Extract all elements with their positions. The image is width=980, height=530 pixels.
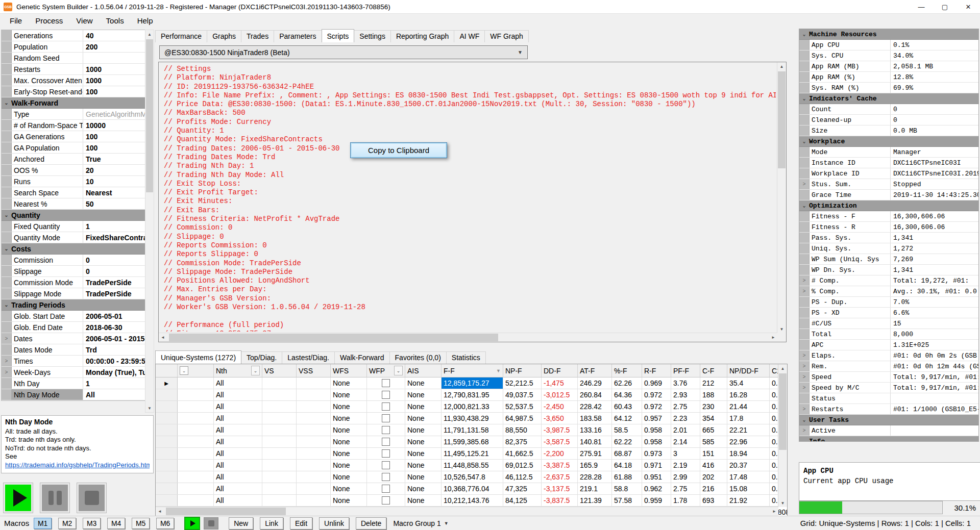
- status-row[interactable]: APC1.31E+025: [799, 340, 978, 350]
- cell-np-f[interactable]: 46,112.5: [503, 471, 542, 483]
- cell-wfp[interactable]: [367, 471, 405, 483]
- property-section-trading-periods[interactable]: ⌄Trading Periods: [2, 299, 145, 311]
- status-section-indicators-cache[interactable]: ⌄Indicators' Cache: [799, 93, 978, 104]
- cell-np-dd-f[interactable]: 35.4: [727, 377, 770, 389]
- cell-ais[interactable]: None: [405, 401, 442, 412]
- menu-view[interactable]: View: [69, 14, 99, 27]
- tab-lastest-diag-[interactable]: Lastest/Diag.: [282, 351, 335, 364]
- property-row[interactable]: Restarts1000: [2, 64, 145, 75]
- cell-wfs[interactable]: None: [331, 377, 367, 389]
- new-button[interactable]: New: [229, 517, 253, 529]
- cell-nth[interactable]: All: [214, 436, 262, 447]
- scroll-down-icon[interactable]: ▼: [145, 404, 154, 412]
- column-header-wfs[interactable]: WFS: [331, 364, 367, 377]
- cell-np-f[interactable]: 47,325: [503, 483, 542, 494]
- cell-r-f[interactable]: 0.959: [642, 495, 671, 506]
- cell-r-f[interactable]: 0.958: [642, 424, 671, 436]
- property-row[interactable]: Fixed Quantity1: [2, 221, 145, 232]
- link-button[interactable]: Link: [260, 517, 283, 529]
- status-row[interactable]: App CPU0.1%: [799, 40, 978, 51]
- cell-np-dd-f[interactable]: 15.08: [727, 483, 770, 494]
- status-row[interactable]: >Active: [799, 425, 978, 436]
- cell-wfp[interactable]: [367, 424, 405, 436]
- scroll-right-icon[interactable]: ►: [770, 507, 778, 516]
- cell-vss[interactable]: [297, 483, 331, 494]
- property-value[interactable]: TradePerSide: [83, 277, 145, 288]
- row-header[interactable]: [156, 424, 178, 436]
- property-row[interactable]: Nearest %50: [2, 198, 145, 210]
- tab-settings[interactable]: Settings: [354, 30, 391, 42]
- stop-button[interactable]: [77, 483, 107, 513]
- cell-f-f[interactable]: 12,000,821.33: [442, 401, 503, 412]
- cell-np-dd-f[interactable]: 21.92: [727, 495, 770, 506]
- status-section-user-tasks[interactable]: ⌄User Tasks: [799, 415, 978, 425]
- scroll-left-icon[interactable]: ◄: [156, 507, 164, 516]
- select-column-header[interactable]: ⌄: [178, 364, 214, 377]
- cell-vss[interactable]: [297, 401, 331, 412]
- wfp-checkbox[interactable]: [382, 414, 390, 422]
- scroll-thumb[interactable]: [146, 39, 153, 192]
- property-row[interactable]: OOS %20: [2, 165, 145, 176]
- property-row[interactable]: Slippage ModeTradePerSide: [2, 288, 145, 299]
- property-value[interactable]: 00:00:00 - 23:59:59: [83, 356, 145, 366]
- select-cell[interactable]: [178, 483, 214, 494]
- status-row[interactable]: Count0: [799, 104, 978, 115]
- select-cell[interactable]: [178, 448, 214, 459]
- row-header[interactable]: [156, 495, 178, 506]
- cell-at-f[interactable]: 183.58: [578, 413, 612, 424]
- cell-f-f[interactable]: 10,212,143.76: [442, 495, 503, 506]
- table-row[interactable]: AllNoneNone11,791,131.5888,550-3,987.513…: [156, 424, 787, 436]
- property-value[interactable]: 1000: [83, 75, 145, 86]
- menu-tools[interactable]: Tools: [100, 14, 131, 27]
- cell-%-f[interactable]: 68.87: [612, 448, 642, 459]
- cell-pf-f[interactable]: 2.75: [671, 401, 700, 412]
- tab-top-diag-[interactable]: Top/Diag.: [241, 351, 282, 364]
- cell-c-f[interactable]: 202: [700, 471, 727, 483]
- status-row[interactable]: Fitness - F16,300,606.06: [799, 211, 978, 222]
- property-value[interactable]: 50: [83, 198, 145, 209]
- column-header-nth[interactable]: Nth⌄: [214, 364, 262, 377]
- cell-r-f[interactable]: 0.962: [642, 483, 671, 494]
- status-row[interactable]: >Speed by M/CTotal: 9,917/min, #01:: [799, 383, 978, 393]
- cell-nth[interactable]: All: [214, 401, 262, 412]
- cell-%-f[interactable]: 64.18: [612, 460, 642, 471]
- column-header-pf-f[interactable]: PF-F: [671, 364, 700, 377]
- cell-wfp[interactable]: [367, 413, 405, 424]
- scroll-thumb[interactable]: [779, 373, 787, 450]
- cell-c-f[interactable]: 212: [700, 377, 727, 389]
- status-row[interactable]: Cleaned-up0: [799, 115, 978, 125]
- cell-nth[interactable]: All: [214, 495, 262, 506]
- status-section-machine-resources[interactable]: ⌄Machine Resources: [799, 29, 978, 40]
- cell-wfs[interactable]: None: [331, 424, 367, 436]
- cell-nth[interactable]: All: [214, 377, 262, 389]
- column-header-at-f[interactable]: AT-F: [578, 364, 612, 377]
- cell-f-f[interactable]: 11,930,438.29: [442, 413, 503, 424]
- cell-dd-f[interactable]: -3,650: [542, 413, 578, 424]
- property-value[interactable]: All: [83, 389, 145, 400]
- cell-wfs[interactable]: None: [331, 460, 367, 471]
- wfp-checkbox[interactable]: [382, 426, 390, 434]
- property-row[interactable]: Early-Stop Reset-and-100: [2, 86, 145, 97]
- cell-dd-f[interactable]: -3,387.5: [542, 460, 578, 471]
- wfp-checkbox[interactable]: [382, 496, 390, 504]
- property-value[interactable]: 2006-05-01 - 2015-06-30: [83, 333, 145, 344]
- cell-%-f[interactable]: 57.58: [612, 495, 642, 506]
- cell-c-f[interactable]: 416: [700, 460, 727, 471]
- property-row[interactable]: Glob. Start Date2006-05-01: [2, 311, 145, 322]
- cell-f-f[interactable]: 12,859,175.27: [442, 377, 503, 389]
- macro-button-m6[interactable]: M6: [156, 518, 174, 529]
- table-vertical-scrollbar[interactable]: ▲ ▼: [778, 364, 787, 507]
- property-value[interactable]: 100: [83, 142, 145, 153]
- cell-np-f[interactable]: 41,662.5: [503, 448, 542, 459]
- status-row[interactable]: App RAM (%)12.8%: [799, 72, 978, 83]
- property-value[interactable]: 1000: [83, 64, 145, 74]
- cell-%-f[interactable]: 64.12: [612, 413, 642, 424]
- cell-np-f[interactable]: 52,212.5: [503, 377, 542, 389]
- cell-c-f[interactable]: 230: [700, 401, 727, 412]
- cell-f-f[interactable]: 10,526,547.8: [442, 471, 503, 483]
- filter-dropdown-icon[interactable]: ⌄: [251, 366, 260, 375]
- cell-vs[interactable]: [262, 401, 297, 412]
- status-row[interactable]: Grace Time2019-11-30 14:43:25.308: [799, 190, 978, 200]
- cell-pf-f[interactable]: 2.75: [671, 483, 700, 494]
- column-header-wfp[interactable]: WFP⌄: [367, 364, 405, 377]
